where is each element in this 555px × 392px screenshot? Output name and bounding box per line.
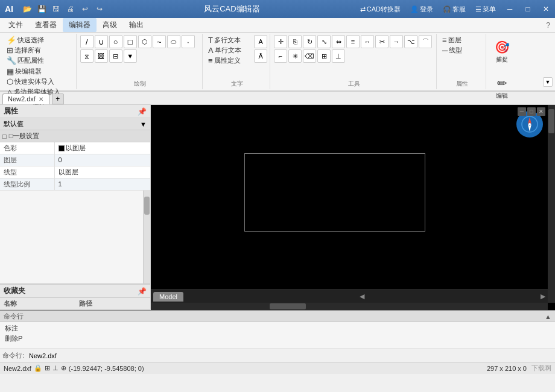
tab-new2dxf[interactable]: New2.dxf ✕ bbox=[2, 93, 49, 104]
stretch-button[interactable]: ↔ bbox=[361, 35, 374, 48]
menu-advanced[interactable]: 高级 bbox=[97, 18, 123, 32]
window-controls: ─ □ ✕ bbox=[501, 0, 555, 18]
new-tab-button[interactable]: + bbox=[52, 93, 64, 104]
canvas-scrollbar-right[interactable] bbox=[548, 105, 555, 303]
point-button[interactable]: · bbox=[182, 35, 195, 48]
singleline-text-button[interactable]: A 单行文本 bbox=[206, 45, 251, 55]
extend-button[interactable]: → bbox=[390, 35, 403, 48]
match-props-button[interactable]: 🔧 匹配属性 bbox=[5, 55, 74, 66]
scale-button[interactable]: ⤡ bbox=[317, 35, 331, 48]
arc-button[interactable]: ∪ bbox=[95, 35, 108, 48]
explode-button[interactable]: ✳ bbox=[288, 49, 302, 63]
quick-select-button[interactable]: ⚡ 快速选择 bbox=[5, 35, 74, 45]
hatch-button[interactable]: ⧖ bbox=[80, 49, 94, 63]
multiline-text-button[interactable]: T 多行文本 bbox=[206, 35, 251, 45]
quick-import-button[interactable]: ⬡ 快速实体导入 bbox=[5, 77, 74, 87]
canvas-maximize-button[interactable]: □ bbox=[527, 107, 536, 116]
chamfer-button[interactable]: ⌐ bbox=[274, 49, 287, 63]
spline-button[interactable]: ~ bbox=[153, 35, 166, 48]
menu-viewer[interactable]: 查看器 bbox=[29, 18, 63, 32]
open-icon[interactable]: 📂 bbox=[21, 2, 34, 16]
app-icon: AI bbox=[0, 0, 18, 18]
model-tab-arrow-left[interactable]: ◀ bbox=[360, 292, 364, 300]
save-as-icon[interactable]: 🖫 bbox=[49, 2, 63, 16]
linetype-button[interactable]: ─ 线型 bbox=[440, 45, 483, 55]
layer-button[interactable]: ≡ 图层 bbox=[440, 35, 483, 45]
menu-editor[interactable]: 编辑器 bbox=[63, 18, 97, 32]
join-button[interactable]: ⊥ bbox=[332, 49, 345, 63]
default-value-dropdown[interactable]: 默认值 ▼ bbox=[0, 118, 150, 130]
cmdline-expand-icon[interactable]: ▲ bbox=[545, 313, 551, 320]
status-icon-snap[interactable]: ⊕ bbox=[61, 364, 66, 372]
cmd-input-label: 命令行: bbox=[2, 351, 24, 360]
ellipse-button[interactable]: ⬭ bbox=[167, 35, 180, 48]
break-button[interactable]: ⌥ bbox=[404, 35, 417, 48]
menu-output[interactable]: 输出 bbox=[123, 18, 150, 32]
cad-converter-button[interactable]: ⇄ CAD转换器 bbox=[358, 4, 403, 15]
canvas-minimize-button[interactable]: ─ bbox=[518, 107, 526, 116]
status-icon-lock[interactable]: 🔒 bbox=[34, 364, 42, 372]
edit-label: 编辑 bbox=[496, 92, 508, 100]
snap-icon: 🎯 bbox=[495, 40, 510, 54]
text-format-button[interactable]: A bbox=[254, 35, 267, 48]
close-button[interactable]: ✕ bbox=[537, 0, 555, 18]
save-icon[interactable]: 💾 bbox=[35, 2, 48, 16]
help-icon[interactable]: ? bbox=[546, 21, 550, 30]
fillet-button[interactable]: ⌒ bbox=[419, 35, 432, 48]
maximize-button[interactable]: □ bbox=[519, 0, 537, 18]
image-button[interactable]: 🖼 bbox=[95, 49, 108, 63]
line-button[interactable]: / bbox=[80, 35, 94, 48]
array-button[interactable]: ⊞ bbox=[317, 49, 331, 63]
status-icon-ortho[interactable]: ⊥ bbox=[52, 364, 59, 372]
attr-def-icon: ≡ bbox=[208, 56, 213, 65]
text-style-button[interactable]: Ā bbox=[254, 49, 267, 63]
model-tab-arrow-right[interactable]: ▶ bbox=[541, 292, 545, 300]
redo-icon[interactable]: ↪ bbox=[93, 2, 106, 16]
copy-button[interactable]: ⎘ bbox=[288, 35, 302, 48]
favorites-table: 名称 路径 bbox=[0, 298, 150, 310]
table-button[interactable]: ⊟ bbox=[109, 49, 122, 63]
favorites-pin-icon[interactable]: 📌 bbox=[138, 287, 147, 296]
cmd-input-field[interactable] bbox=[27, 352, 147, 360]
ribbon-expand-button[interactable]: ▼ bbox=[543, 77, 553, 87]
mirror-button[interactable]: ⇔ bbox=[332, 35, 345, 48]
general-settings-header[interactable]: □ □一般设置 bbox=[0, 130, 150, 142]
more-draw-button[interactable]: ▼ bbox=[124, 49, 137, 63]
minimize-button[interactable]: ─ bbox=[501, 0, 519, 18]
rotate-button[interactable]: ↻ bbox=[303, 35, 316, 48]
model-tab[interactable]: Model bbox=[153, 292, 183, 302]
polygon-button[interactable]: ⬡ bbox=[138, 35, 151, 48]
attr-def-button[interactable]: ≡ 属性定义 bbox=[206, 55, 251, 66]
snap-button[interactable]: 🎯 捕捉 bbox=[490, 35, 514, 69]
print-icon[interactable]: 🖨 bbox=[64, 2, 77, 16]
layer-label: 图层 bbox=[0, 154, 54, 166]
titlebar: AI 📂 💾 🖫 🖨 ↩ ↪ 风云CAD编辑器 ⇄ CAD转换器 👤 登录 🎧 … bbox=[0, 0, 555, 18]
headset-icon: 🎧 bbox=[443, 5, 451, 13]
login-button[interactable]: 👤 登录 bbox=[408, 4, 436, 15]
canvas-scrollbar-bottom[interactable] bbox=[151, 303, 548, 310]
favorites-panel: 收藏夹 📌 名称 路径 bbox=[0, 283, 150, 310]
menu-file[interactable]: 文件 bbox=[2, 18, 29, 32]
ribbon-group-draw: / ∪ ○ □ ⬡ ~ ⬭ · ⧖ 🖼 ⊟ ▼ 绘制 bbox=[78, 34, 203, 89]
canvas-close-button[interactable]: ✕ bbox=[537, 107, 545, 116]
rect-button[interactable]: □ bbox=[124, 35, 137, 48]
move-button[interactable]: ✛ bbox=[274, 35, 287, 48]
offset-button[interactable]: ≡ bbox=[346, 35, 360, 48]
status-coords: (-19.92447; -9.545808; 0) bbox=[69, 365, 144, 372]
circle-button[interactable]: ○ bbox=[109, 35, 122, 48]
edit-button[interactable]: ✏ 编辑 bbox=[490, 71, 514, 105]
block-editor-button[interactable]: ▦ 块编辑器 bbox=[5, 66, 74, 77]
selection-left: ⚡ 快速选择 ⊞ 选择所有 🔧 匹配属性 bbox=[5, 35, 74, 66]
trim-button[interactable]: ✂ bbox=[375, 35, 388, 48]
status-icon-grid[interactable]: ⊞ bbox=[45, 364, 50, 372]
service-button[interactable]: 🎧 客服 bbox=[440, 4, 468, 15]
prop-row-linetype: 线型 以图层 bbox=[0, 166, 150, 179]
props-scrollbar[interactable] bbox=[143, 191, 150, 283]
undo-icon[interactable]: ↩ bbox=[78, 2, 92, 16]
pin-icon[interactable]: 📌 bbox=[138, 107, 147, 116]
match-props-label: 匹配属性 bbox=[17, 56, 44, 65]
tab-close-icon[interactable]: ✕ bbox=[38, 96, 44, 103]
select-all-button[interactable]: ⊞ 选择所有 bbox=[5, 45, 74, 55]
menu-button[interactable]: ☰ 菜单 bbox=[473, 4, 498, 15]
erase-button[interactable]: ⌫ bbox=[303, 49, 316, 63]
